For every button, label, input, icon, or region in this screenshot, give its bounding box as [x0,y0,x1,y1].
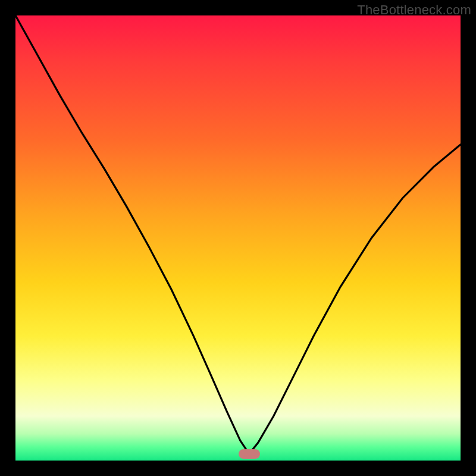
min-marker [239,449,260,459]
chart-frame [15,15,461,461]
curve-path [15,15,461,454]
curve-svg [15,15,461,461]
plot-area [15,15,461,461]
